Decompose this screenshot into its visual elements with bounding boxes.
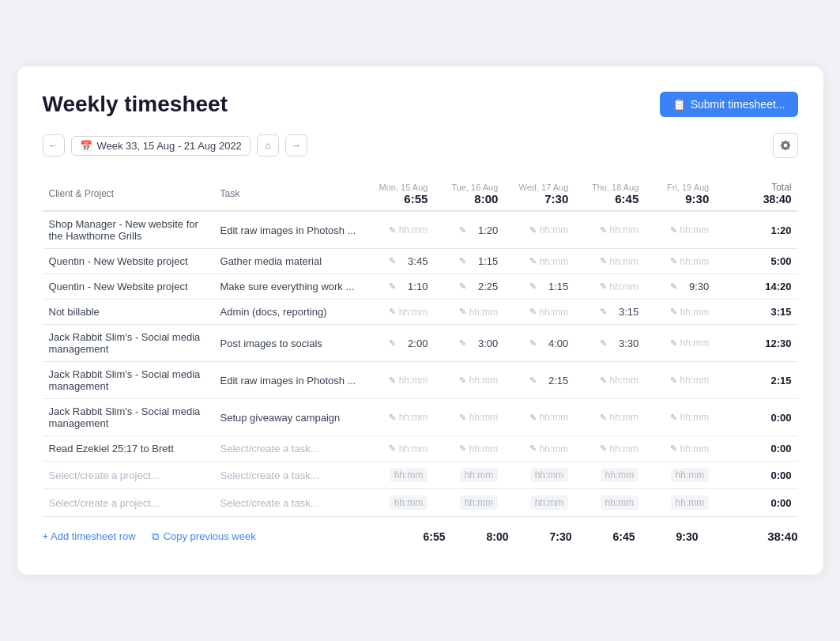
time-edit-icon[interactable]: ✎ [459,307,466,317]
time-cell[interactable]: ✎hh:mm [574,436,645,462]
time-edit-icon[interactable]: ✎ [459,225,466,236]
time-edit-icon[interactable]: ✎ [459,281,466,292]
time-edit-icon[interactable]: ✎ [670,413,677,423]
time-edit-icon[interactable]: ✎ [389,338,396,349]
time-cell[interactable]: ✎hh:mm [504,300,574,325]
task-cell[interactable]: Post images to socials [214,325,364,362]
task-cell[interactable]: Edit raw images in Photosh ... [214,362,364,399]
time-cell[interactable]: ✎1:15 [434,249,504,274]
time-cell[interactable]: ✎9:30 [645,274,715,300]
time-cell[interactable]: ✎hh:mm [363,300,434,325]
time-cell[interactable]: ✎hh:mm [363,362,434,399]
time-cell[interactable]: ✎hh:mm [645,325,715,362]
home-week-button[interactable]: ⌂ [257,134,279,156]
time-cell[interactable]: ✎hh:mm [645,436,715,462]
task-cell[interactable]: Admin (docs, reporting) [214,300,364,325]
time-cell[interactable]: ✎hh:mm [574,274,645,300]
empty-time-cell[interactable]: hh:mm [645,489,715,517]
time-cell[interactable]: ✎hh:mm [574,362,645,399]
settings-button[interactable] [773,133,798,158]
time-cell[interactable]: ✎3:30 [574,325,645,362]
empty-task-cell[interactable]: Select/create a task... [214,489,364,517]
time-cell[interactable]: ✎3:15 [574,300,645,325]
time-cell[interactable]: ✎2:00 [363,325,434,362]
empty-project-cell[interactable]: Select/create a project... [43,489,214,517]
time-cell[interactable]: ✎hh:mm [645,211,715,249]
task-cell[interactable]: Edit raw images in Photosh ... [214,211,364,249]
time-cell[interactable]: ✎hh:mm [434,362,504,399]
prev-week-button[interactable]: ← [43,134,65,156]
time-cell[interactable]: ✎1:15 [504,274,574,300]
empty-time-cell[interactable]: hh:mm [645,462,715,489]
time-cell[interactable]: ✎hh:mm [574,211,645,249]
time-edit-icon[interactable]: ✎ [600,338,607,349]
time-edit-icon[interactable]: ✎ [670,338,677,349]
time-edit-icon[interactable]: ✎ [670,281,677,292]
time-edit-icon[interactable]: ✎ [389,443,396,454]
time-cell[interactable]: ✎hh:mm [645,399,715,436]
time-cell[interactable]: ✎hh:mm [363,399,434,436]
add-timesheet-row-button[interactable]: + Add timesheet row [43,530,136,542]
time-edit-icon[interactable]: ✎ [459,443,466,454]
time-edit-icon[interactable]: ✎ [529,307,537,317]
time-edit-icon[interactable]: ✎ [459,375,466,386]
time-edit-icon[interactable]: ✎ [670,443,677,454]
empty-time-cell[interactable]: hh:mm [363,489,434,517]
project-cell[interactable]: Shop Manager - New website for the Hawth… [43,211,214,249]
time-cell[interactable]: ✎hh:mm [504,211,574,249]
time-edit-icon[interactable]: ✎ [389,307,396,317]
project-cell[interactable]: Jack Rabbit Slim's - Social media manage… [43,325,214,362]
task-cell[interactable]: Gather media material [214,249,364,274]
time-cell[interactable]: ✎hh:mm [504,399,574,436]
time-cell[interactable]: ✎hh:mm [434,436,504,462]
empty-time-cell[interactable]: hh:mm [434,489,504,517]
time-cell[interactable]: ✎hh:mm [645,249,715,274]
time-cell[interactable]: ✎hh:mm [645,300,715,325]
time-cell[interactable]: ✎4:00 [504,325,574,362]
time-edit-icon[interactable]: ✎ [670,256,677,266]
time-edit-icon[interactable]: ✎ [670,375,677,386]
time-edit-icon[interactable]: ✎ [529,225,537,236]
empty-project-cell[interactable]: Select/create a project... [43,462,214,489]
project-cell[interactable]: Jack Rabbit Slim's - Social media manage… [43,399,214,436]
empty-time-cell[interactable]: hh:mm [574,462,645,489]
time-cell[interactable]: ✎hh:mm [434,300,504,325]
time-edit-icon[interactable]: ✎ [600,225,607,236]
next-week-button[interactable]: → [285,134,307,156]
time-edit-icon[interactable]: ✎ [389,256,396,266]
empty-task-cell[interactable]: Select/create a task... [214,462,364,489]
time-edit-icon[interactable]: ✎ [529,443,537,454]
time-edit-icon[interactable]: ✎ [600,256,607,266]
project-cell[interactable]: Jack Rabbit Slim's - Social media manage… [43,362,214,399]
time-edit-icon[interactable]: ✎ [389,225,396,236]
time-edit-icon[interactable]: ✎ [600,281,607,292]
time-edit-icon[interactable]: ✎ [459,256,466,266]
time-edit-icon[interactable]: ✎ [529,375,537,386]
submit-timesheet-button[interactable]: 📋 Submit timesheet... [660,92,798,117]
project-cell[interactable]: Not billable [43,300,214,325]
time-cell[interactable]: ✎1:20 [434,211,504,249]
copy-previous-week-button[interactable]: ⧉ Copy previous week [152,530,256,543]
project-cell[interactable]: Quentin - New Website project [43,249,214,274]
empty-time-cell[interactable]: hh:mm [504,462,574,489]
time-edit-icon[interactable]: ✎ [459,413,466,423]
time-cell[interactable]: ✎hh:mm [574,249,645,274]
time-cell[interactable]: ✎hh:mm [504,436,574,462]
time-cell[interactable]: ✎hh:mm [504,249,574,274]
time-edit-icon[interactable]: ✎ [670,225,677,236]
time-edit-icon[interactable]: ✎ [459,338,466,349]
empty-time-cell[interactable]: hh:mm [363,462,434,489]
time-edit-icon[interactable]: ✎ [389,375,396,386]
time-cell[interactable]: ✎hh:mm [434,399,504,436]
time-cell[interactable]: ✎2:15 [504,362,574,399]
time-edit-icon[interactable]: ✎ [670,307,677,317]
time-cell[interactable]: ✎3:45 [363,249,434,274]
time-edit-icon[interactable]: ✎ [600,413,607,423]
time-cell[interactable]: ✎1:10 [363,274,434,300]
time-cell[interactable]: ✎2:25 [434,274,504,300]
empty-time-cell[interactable]: hh:mm [574,489,645,517]
time-cell[interactable]: ✎hh:mm [363,211,434,249]
time-cell[interactable]: ✎hh:mm [363,436,434,462]
task-cell[interactable]: Select/create a task... [214,436,364,462]
time-edit-icon[interactable]: ✎ [529,281,537,292]
